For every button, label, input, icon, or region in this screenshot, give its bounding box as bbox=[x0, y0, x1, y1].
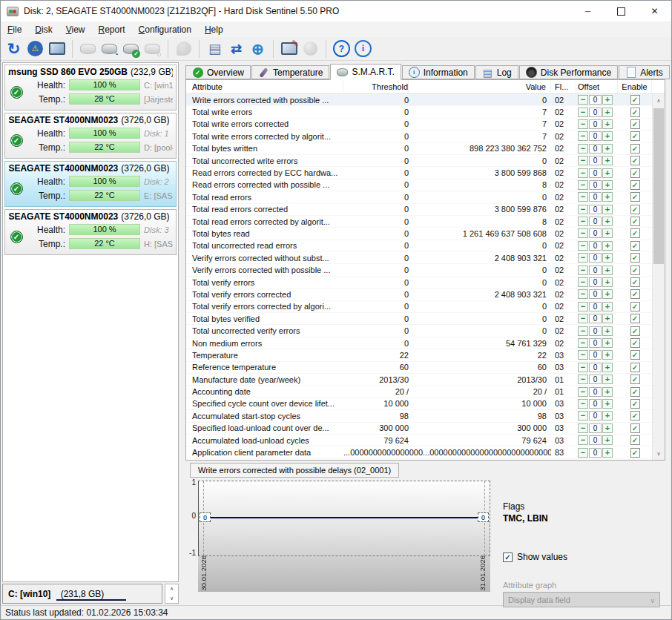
enable-checkbox[interactable] bbox=[630, 277, 640, 287]
offset-decrease-button[interactable] bbox=[578, 241, 588, 251]
offset-value[interactable]: 0 bbox=[589, 375, 602, 384]
offset-increase-button[interactable] bbox=[602, 338, 613, 348]
disk-search-icon[interactable] bbox=[142, 39, 162, 59]
report-icon[interactable] bbox=[205, 39, 225, 59]
enable-checkbox[interactable] bbox=[630, 399, 640, 409]
table-row[interactable]: Total write errors corrected 0 7 02 0 bbox=[186, 119, 652, 131]
header-value[interactable]: Value bbox=[409, 80, 551, 93]
enable-checkbox[interactable] bbox=[630, 131, 640, 141]
offset-value[interactable]: 0 bbox=[589, 119, 602, 129]
sound-icon[interactable] bbox=[300, 39, 320, 59]
scroll-up-icon[interactable] bbox=[653, 94, 665, 107]
enable-checkbox[interactable] bbox=[630, 108, 640, 117]
offset-value[interactable]: 0 bbox=[589, 180, 602, 190]
offset-decrease-button[interactable] bbox=[578, 314, 588, 323]
offset-decrease-button[interactable] bbox=[578, 180, 588, 190]
offset-increase-button[interactable] bbox=[602, 168, 613, 178]
offset-increase-button[interactable] bbox=[602, 350, 613, 360]
enable-checkbox[interactable] bbox=[630, 168, 640, 178]
table-row[interactable]: Read errors corrected with possible ... … bbox=[186, 179, 652, 191]
offset-increase-button[interactable] bbox=[602, 363, 613, 372]
offset-increase-button[interactable] bbox=[602, 435, 613, 445]
table-row[interactable]: Total bytes written 0 898 223 380 362 75… bbox=[186, 143, 652, 155]
offset-increase-button[interactable] bbox=[602, 131, 613, 141]
table-row[interactable]: Total verify errors 0 0 02 0 bbox=[186, 277, 652, 288]
tab-alerts[interactable]: Alerts bbox=[619, 65, 670, 79]
offset-value[interactable]: 0 bbox=[589, 302, 602, 311]
offset-increase-button[interactable] bbox=[602, 277, 613, 287]
table-row[interactable]: Total bytes verified 0 0 02 0 bbox=[186, 313, 652, 325]
disk-card-1[interactable]: SEAGATE ST4000NM0023 (3726,0 GB) Health:… bbox=[4, 113, 177, 159]
enable-checkbox[interactable] bbox=[630, 302, 640, 311]
enable-checkbox[interactable] bbox=[630, 180, 640, 190]
offset-value[interactable]: 0 bbox=[589, 144, 602, 154]
enable-checkbox[interactable] bbox=[630, 363, 640, 372]
desktop-edit-icon[interactable] bbox=[279, 39, 299, 59]
offset-decrease-button[interactable] bbox=[578, 363, 588, 372]
comment-icon[interactable] bbox=[174, 39, 194, 59]
table-row[interactable]: Total write errors corrected by algorit.… bbox=[186, 131, 652, 142]
table-row[interactable]: Manufacture date (year/week) 2013/30 201… bbox=[186, 374, 652, 386]
enable-checkbox[interactable] bbox=[630, 423, 640, 433]
tab-information[interactable]: Information bbox=[402, 65, 475, 79]
disk-icon[interactable] bbox=[78, 39, 98, 59]
offset-value[interactable]: 0 bbox=[589, 338, 602, 348]
enable-checkbox[interactable] bbox=[630, 192, 640, 202]
offset-value[interactable]: 0 bbox=[589, 95, 602, 105]
header-attribute[interactable]: Attribute bbox=[186, 80, 343, 93]
tab-temperature[interactable]: Temperature bbox=[251, 65, 329, 79]
offset-increase-button[interactable] bbox=[602, 266, 613, 275]
table-row[interactable]: Total read errors corrected 0 3 800 599 … bbox=[186, 204, 652, 216]
refresh-icon[interactable] bbox=[4, 39, 24, 59]
sync-icon[interactable] bbox=[226, 39, 246, 59]
enable-checkbox[interactable] bbox=[630, 205, 640, 214]
enable-checkbox[interactable] bbox=[630, 119, 640, 129]
scrollbar-thumb[interactable] bbox=[653, 108, 664, 264]
enable-checkbox[interactable] bbox=[630, 375, 640, 384]
offset-increase-button[interactable] bbox=[602, 156, 613, 165]
vertical-scrollbar[interactable] bbox=[652, 94, 665, 460]
offset-value[interactable]: 0 bbox=[589, 168, 602, 178]
enable-checkbox[interactable] bbox=[630, 144, 640, 154]
menu-report[interactable]: Report bbox=[92, 22, 132, 37]
chart-tab[interactable]: Write errors corrected with possible del… bbox=[190, 463, 399, 478]
offset-decrease-button[interactable] bbox=[578, 253, 588, 263]
enable-checkbox[interactable] bbox=[630, 289, 640, 299]
offset-increase-button[interactable] bbox=[602, 399, 613, 409]
offset-decrease-button[interactable] bbox=[578, 108, 588, 117]
enable-checkbox[interactable] bbox=[630, 314, 640, 323]
table-row[interactable]: Accumulated start-stop cycles 98 98 03 0 bbox=[186, 410, 652, 422]
offset-decrease-button[interactable] bbox=[578, 205, 588, 214]
offset-increase-button[interactable] bbox=[602, 95, 613, 105]
offset-decrease-button[interactable] bbox=[578, 289, 588, 299]
offset-increase-button[interactable] bbox=[602, 326, 613, 336]
header-flags[interactable]: Fl... bbox=[551, 80, 576, 93]
offset-value[interactable]: 0 bbox=[589, 314, 602, 323]
menu-file[interactable]: File bbox=[1, 22, 28, 37]
offset-decrease-button[interactable] bbox=[578, 144, 588, 154]
offset-decrease-button[interactable] bbox=[578, 435, 588, 445]
header-threshold[interactable]: Threshold bbox=[343, 80, 409, 93]
table-row[interactable]: Specified cycle count over device lifet.… bbox=[186, 398, 652, 410]
offset-decrease-button[interactable] bbox=[578, 156, 588, 165]
help-icon[interactable] bbox=[332, 39, 352, 59]
table-row[interactable]: Accounting date 20 / 20 / 01 0 bbox=[186, 386, 652, 398]
offset-value[interactable]: 0 bbox=[589, 289, 602, 299]
disk-card-0[interactable]: Samsung SSD 860 EVO 250GB (232,9 GB) D H… bbox=[4, 65, 177, 111]
table-row[interactable]: Non medium errors 0 54 761 329 02 0 bbox=[186, 337, 652, 349]
offset-value[interactable]: 0 bbox=[589, 423, 602, 433]
disk-alert-icon[interactable] bbox=[25, 39, 45, 59]
offset-increase-button[interactable] bbox=[602, 144, 613, 154]
table-row[interactable]: Read errors corrected by ECC hardwa... 0… bbox=[186, 167, 652, 179]
offset-value[interactable]: 0 bbox=[589, 435, 602, 445]
offset-decrease-button[interactable] bbox=[578, 95, 588, 105]
offset-increase-button[interactable] bbox=[602, 289, 613, 299]
offset-decrease-button[interactable] bbox=[578, 266, 588, 275]
disk-card-2[interactable]: SEAGATE ST4000NM0023 (3726,0 GB) Health:… bbox=[4, 161, 177, 207]
tab-log[interactable]: Log bbox=[475, 65, 518, 79]
offset-value[interactable]: 0 bbox=[589, 266, 602, 275]
offset-increase-button[interactable] bbox=[602, 423, 613, 433]
offset-value[interactable]: 0 bbox=[589, 363, 602, 372]
enable-checkbox[interactable] bbox=[630, 253, 640, 263]
offset-increase-button[interactable] bbox=[602, 192, 613, 202]
